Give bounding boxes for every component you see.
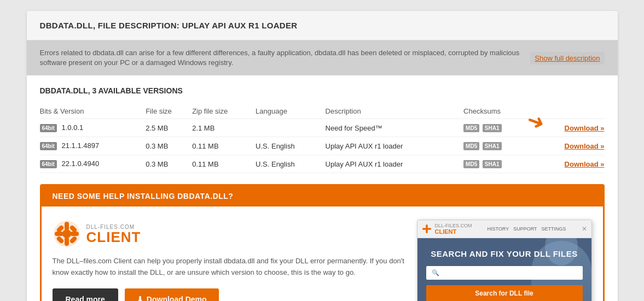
download-cell: ➜ Download »	[533, 119, 604, 137]
md5-badge: MD5	[463, 142, 479, 150]
version-number: 21.1.1.4897	[61, 141, 99, 150]
download-link-row3[interactable]: Download »	[565, 160, 605, 168]
versions-table: Bits & Version File size Zip file size L…	[40, 104, 605, 173]
table-row: 64bit 1.0.0.1 2.5 MB 2.1 MB Need for Spe…	[40, 119, 605, 137]
col-header-language: Language	[256, 104, 326, 119]
preview-logo-name: CLIENT	[435, 228, 472, 235]
cta-body: DLL-FILES.COM CLIENT The DLL–files.com C…	[42, 206, 603, 301]
language-cell: U.S. English	[256, 137, 326, 155]
table-row: 64bit 21.1.1.4897 0.3 MB 0.11 MB U.S. En…	[40, 137, 605, 155]
preview-nav: HISTORY SUPPORT SETTINGS	[487, 226, 566, 232]
bit-badge: 64bit	[40, 142, 57, 150]
svg-rect-2	[65, 237, 69, 246]
main-container: DBDATA.DLL, FILE DESCRIPTION: UPLAY API …	[27, 11, 618, 301]
cta-description: The DLL–files.com Client can help you pr…	[53, 256, 406, 279]
cta-logo-text: DLL-FILES.COM CLIENT	[86, 224, 141, 244]
download-demo-label: Download Demo	[147, 295, 207, 301]
table-header-row: Bits & Version File size Zip file size L…	[40, 104, 605, 119]
preview-close-icon[interactable]: ✕	[582, 225, 587, 233]
preview-search-bar[interactable]: 🔍	[426, 266, 583, 280]
svg-rect-12	[422, 228, 425, 231]
show-full-description-link[interactable]: Show full description	[530, 52, 604, 64]
col-header-zipsize: Zip file size	[192, 104, 256, 119]
sha1-badge: SHA1	[483, 124, 502, 132]
zipsize-cell: 2.1 MB	[192, 119, 256, 137]
nav-history: HISTORY	[487, 226, 509, 232]
preview-logo-area: DLL-FILES.COM CLIENT	[422, 223, 472, 235]
download-cell: Download »	[533, 155, 604, 173]
svg-point-9	[62, 229, 71, 238]
preview-search-button[interactable]: Search for DLL file	[426, 285, 583, 301]
svg-rect-11	[426, 230, 428, 233]
read-more-button[interactable]: Read more	[53, 288, 118, 301]
cta-logo: DLL-FILES.COM CLIENT	[53, 220, 406, 248]
page-title: DBDATA.DLL, FILE DESCRIPTION: UPLAY API …	[40, 21, 605, 30]
download-icon: ⬇	[137, 295, 143, 301]
checksums-cell: MD5 SHA1	[463, 155, 533, 173]
version-number: 1.0.0.1	[61, 123, 83, 132]
cta-left: DLL-FILES.COM CLIENT The DLL–files.com C…	[53, 220, 406, 301]
checksums-cell: MD5 SHA1	[463, 137, 533, 155]
filesize-cell: 0.3 MB	[146, 137, 192, 155]
table-row: 64bit 22.1.0.4940 0.3 MB 0.11 MB U.S. En…	[40, 155, 605, 173]
svg-rect-3	[55, 232, 63, 236]
download-link-row2[interactable]: Download »	[565, 142, 605, 150]
bit-badge: 64bit	[40, 124, 57, 132]
md5-badge: MD5	[463, 124, 479, 132]
download-link-row1[interactable]: Download »	[565, 124, 605, 132]
sha1-badge: SHA1	[483, 160, 502, 168]
cta-right: DLL-FILES.COM CLIENT HISTORY SUPPORT SET…	[417, 220, 592, 301]
col-header-description: Description	[326, 104, 463, 119]
checksums-cell: MD5 SHA1	[463, 119, 533, 137]
bits-version-cell: 64bit 21.1.1.4897	[40, 137, 146, 155]
versions-title: DBDATA.DLL, 3 AVAILABLE VERSIONS	[40, 86, 605, 95]
description-bar: Errors related to dbdata.dll can arise f…	[27, 40, 618, 75]
cta-section: NEED SOME HELP INSTALLING DBDATA.DLL?	[40, 184, 605, 301]
svg-rect-1	[65, 222, 69, 231]
cta-logo-big: CLIENT	[86, 230, 141, 244]
col-header-filesize: File size	[146, 104, 192, 119]
preview-window: DLL-FILES.COM CLIENT HISTORY SUPPORT SET…	[417, 220, 592, 301]
bits-version-cell: 64bit 22.1.0.4940	[40, 155, 146, 173]
cta-header-text: NEED SOME HELP INSTALLING DBDATA.DLL?	[53, 192, 234, 200]
zipsize-cell: 0.11 MB	[192, 155, 256, 173]
language-cell	[256, 119, 326, 137]
preview-logo-icon	[422, 224, 432, 234]
bit-badge: 64bit	[40, 160, 57, 168]
versions-section: DBDATA.DLL, 3 AVAILABLE VERSIONS Bits & …	[27, 75, 618, 301]
filesize-cell: 2.5 MB	[146, 119, 192, 137]
svg-point-14	[425, 228, 428, 231]
zipsize-cell: 0.11 MB	[192, 137, 256, 155]
sha1-badge: SHA1	[483, 142, 502, 150]
description-cell: Uplay API AUX r1 loader	[326, 137, 463, 155]
filesize-cell: 0.3 MB	[146, 155, 192, 173]
nav-settings: SETTINGS	[542, 226, 566, 232]
md5-badge: MD5	[463, 160, 479, 168]
nav-support: SUPPORT	[513, 226, 537, 232]
preview-logo-small: DLL-FILES.COM	[435, 223, 472, 228]
cta-header: NEED SOME HELP INSTALLING DBDATA.DLL?	[42, 186, 603, 206]
bits-version-cell: 64bit 1.0.0.1	[40, 119, 146, 137]
col-header-bits-version: Bits & Version	[40, 104, 146, 119]
language-cell: U.S. English	[256, 155, 326, 173]
description-cell: Uplay API AUX r1 loader	[326, 155, 463, 173]
title-bar: DBDATA.DLL, FILE DESCRIPTION: UPLAY API …	[27, 11, 618, 40]
version-number: 22.1.0.4940	[61, 160, 99, 168]
cta-buttons: Read more ⬇ Download Demo	[53, 288, 406, 301]
preview-title: SEARCH AND FIX YOUR DLL FILES	[426, 249, 583, 258]
download-cell: Download »	[533, 137, 604, 155]
svg-rect-13	[427, 228, 431, 231]
dll-files-logo-icon	[53, 220, 81, 248]
description-cell: Need for Speed™	[326, 119, 463, 137]
description-text: Errors related to dbdata.dll can arise f…	[40, 48, 524, 68]
preview-titlebar: DLL-FILES.COM CLIENT HISTORY SUPPORT SET…	[417, 220, 591, 238]
svg-rect-4	[70, 232, 79, 236]
download-demo-button[interactable]: ⬇ Download Demo	[125, 288, 219, 301]
svg-rect-10	[426, 225, 428, 228]
col-header-checksums: Checksums	[463, 104, 533, 119]
preview-content: SEARCH AND FIX YOUR DLL FILES 🔍 Search f…	[417, 238, 591, 301]
